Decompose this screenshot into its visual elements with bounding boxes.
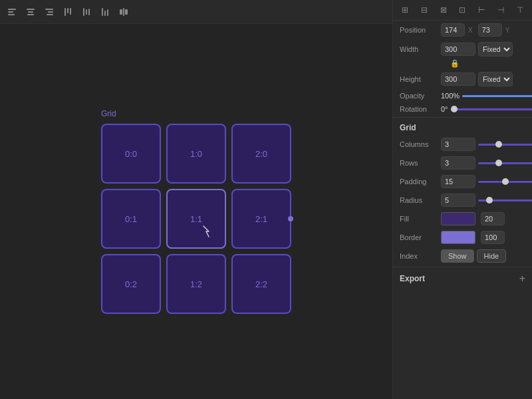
radius-slider[interactable] — [478, 200, 532, 201]
padding-row: Padding — [393, 172, 532, 191]
border-color-swatch[interactable] — [441, 231, 475, 244]
svg-rect-19 — [125, 9, 128, 15]
opacity-slider[interactable] — [462, 95, 532, 97]
fill-label: Fill — [400, 215, 438, 223]
divider-2 — [393, 267, 532, 267]
cell-0-0[interactable]: 0:0 — [101, 124, 161, 184]
panel-align-icon-6[interactable]: ⊣ — [496, 4, 505, 16]
rotation-label: Rotation — [400, 105, 438, 113]
svg-rect-2 — [8, 14, 15, 15]
svg-rect-20 — [123, 8, 124, 16]
width-mode-select[interactable]: Fixed Fill Hug — [478, 42, 513, 57]
cell-1-0[interactable]: 1:0 — [166, 124, 226, 184]
panel-align-icon-7[interactable]: ⊤ — [515, 4, 525, 16]
canvas-area: Grid 0:0 1:0 2:0 0:1 1:1 2:1 0:2 1:2 2:2 — [0, 0, 392, 399]
height-label: Height — [400, 75, 438, 83]
grid-container: 0:0 1:0 2:0 0:1 1:1 2:1 0:2 1:2 2:2 — [101, 124, 291, 314]
opacity-label: Opacity — [400, 92, 438, 100]
padding-input[interactable] — [441, 175, 475, 188]
index-hide-button[interactable]: Hide — [477, 249, 507, 263]
svg-rect-9 — [65, 8, 66, 16]
rotation-value: 0° — [441, 105, 448, 113]
radius-input[interactable] — [441, 194, 475, 207]
svg-rect-7 — [48, 11, 53, 13]
padding-label: Padding — [400, 178, 438, 186]
grid-widget: Grid 0:0 1:0 2:0 0:1 1:1 2:1 0:2 1:2 2:2 — [101, 109, 291, 314]
align-left-icon[interactable] — [5, 5, 19, 19]
index-label: Index — [400, 252, 438, 260]
distribute-icon[interactable] — [117, 5, 130, 19]
position-label: Position — [400, 26, 438, 34]
handle-dot[interactable] — [288, 216, 293, 221]
panel-align-icon-1[interactable]: ⊞ — [400, 4, 410, 16]
svg-rect-4 — [28, 11, 33, 13]
fill-color-swatch[interactable] — [441, 212, 475, 225]
svg-rect-3 — [27, 9, 35, 10]
cell-0-2[interactable]: 0:2 — [101, 254, 161, 314]
panel-align-icon-4[interactable]: ⊡ — [458, 4, 467, 16]
height-mode-select[interactable]: Fixed Fill Hug — [478, 72, 513, 86]
fill-opacity-input[interactable] — [481, 212, 505, 225]
position-x-input[interactable] — [441, 23, 465, 37]
svg-rect-12 — [83, 8, 84, 16]
svg-rect-1 — [8, 11, 13, 13]
svg-rect-11 — [70, 8, 71, 15]
height-input[interactable] — [441, 72, 475, 86]
opacity-row: Opacity 100% — [393, 89, 532, 102]
border-row: Border — [393, 228, 532, 247]
align-middle-icon[interactable] — [80, 5, 93, 19]
index-buttons: Show Hide — [441, 249, 506, 263]
panel-align-icon-3[interactable]: ⊠ — [439, 4, 448, 16]
rows-input[interactable] — [441, 156, 475, 170]
rotation-slider[interactable] — [451, 108, 532, 110]
panel-align-icon-2[interactable]: ⊟ — [420, 4, 429, 16]
rotation-row: Rotation 0° — [393, 102, 532, 116]
position-row: Position X Y — [393, 21, 532, 39]
svg-rect-15 — [102, 8, 103, 16]
export-plus-button[interactable]: + — [519, 273, 525, 285]
grid-section-header: Grid — [393, 119, 532, 135]
svg-rect-13 — [86, 9, 87, 15]
cell-0-1[interactable]: 0:1 — [101, 189, 161, 249]
rows-slider[interactable] — [478, 162, 532, 164]
border-opacity-input[interactable] — [481, 231, 505, 244]
lock-icon[interactable]: 🔒 — [450, 59, 460, 68]
align-right-icon[interactable] — [43, 5, 56, 19]
align-bottom-icon[interactable] — [98, 5, 112, 19]
position-y-input[interactable] — [478, 23, 502, 37]
top-toolbar — [0, 0, 392, 24]
cell-2-2[interactable]: 2:2 — [231, 254, 291, 314]
columns-row: Columns — [393, 135, 532, 154]
columns-input[interactable] — [441, 138, 475, 151]
cell-1-1[interactable]: 1:1 — [166, 189, 226, 249]
right-panel: ⊞ ⊟ ⊠ ⊡ ⊢ ⊣ ⊤ Position X Y Width Fixed F… — [392, 0, 532, 399]
svg-rect-6 — [45, 9, 53, 10]
border-label: Border — [400, 233, 438, 241]
index-show-button[interactable]: Show — [441, 249, 474, 263]
cell-2-1[interactable]: 2:1 — [231, 189, 291, 249]
height-row: Height Fixed Fill Hug — [393, 69, 532, 89]
width-input[interactable] — [441, 43, 475, 56]
rows-label: Rows — [400, 159, 438, 167]
align-center-icon[interactable] — [24, 5, 37, 19]
index-row: Index Show Hide — [393, 247, 532, 265]
export-row: Export + — [393, 269, 532, 289]
radius-row: Radius — [393, 191, 532, 209]
export-label: Export — [400, 274, 425, 283]
svg-rect-10 — [67, 8, 68, 13]
divider-1 — [393, 117, 532, 118]
x-label: X — [468, 27, 473, 34]
svg-rect-0 — [8, 9, 16, 10]
svg-rect-8 — [47, 14, 53, 15]
rows-row: Rows — [393, 154, 532, 172]
cell-1-2[interactable]: 1:2 — [166, 254, 226, 314]
columns-slider[interactable] — [478, 144, 532, 146]
svg-rect-14 — [88, 9, 90, 15]
columns-label: Columns — [400, 140, 438, 148]
padding-slider[interactable] — [478, 181, 532, 183]
panel-toolbar: ⊞ ⊟ ⊠ ⊡ ⊢ ⊣ ⊤ — [393, 0, 532, 21]
panel-align-icon-5[interactable]: ⊢ — [477, 4, 486, 16]
cell-2-0[interactable]: 2:0 — [231, 124, 291, 184]
svg-rect-17 — [107, 9, 108, 16]
align-top-icon[interactable] — [61, 5, 74, 19]
